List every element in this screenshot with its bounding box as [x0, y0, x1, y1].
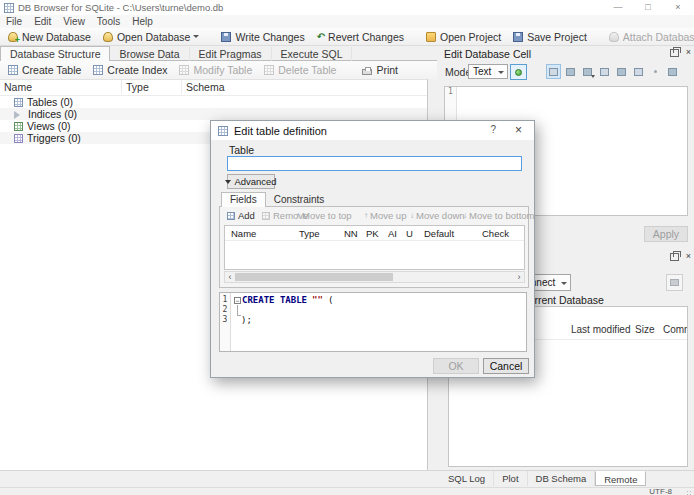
menu-edit[interactable]: Edit: [28, 16, 57, 27]
fold-marker-icon[interactable]: −: [234, 297, 241, 304]
fields-pane: Add Remove ↑ Move to top ↑ Move up ↓ Mov…: [219, 206, 529, 288]
tab-db-schema[interactable]: DB Schema: [528, 471, 596, 486]
tab-database-structure[interactable]: Database Structure: [0, 46, 110, 62]
attach-database-label: Attach Database: [623, 31, 694, 43]
open-project-button[interactable]: Open Project: [420, 30, 507, 44]
bottom-tab-bar: SQL Log Plot DB Schema Remote: [440, 471, 694, 487]
auto-apply-toggle[interactable]: [510, 64, 527, 80]
fields-column-check[interactable]: Check: [482, 228, 509, 239]
move-to-top-label: Move to top: [302, 210, 352, 221]
dialog-tab-bar: FieldsConstraints: [221, 192, 332, 207]
fields-column-u[interactable]: U: [406, 228, 413, 239]
menu-help[interactable]: Help: [126, 16, 159, 27]
tab-browse-data[interactable]: Browse Data: [110, 47, 189, 61]
tab-fields[interactable]: Fields: [221, 192, 266, 207]
move-to-top-button: ↑ Move to top: [296, 210, 352, 221]
delete-table-button: Delete Table: [258, 63, 342, 77]
tab-execute-sql[interactable]: Execute SQL: [272, 47, 353, 61]
menu-tools[interactable]: Tools: [91, 16, 126, 27]
save-project-label: Save Project: [527, 31, 587, 43]
remote-column-size[interactable]: Size: [635, 324, 654, 335]
tab-constraints[interactable]: Constraints: [266, 193, 333, 207]
connect-caret-icon: [561, 282, 567, 285]
remote-refresh-button[interactable]: [666, 274, 683, 291]
fields-column-type[interactable]: Type: [299, 228, 320, 239]
export-file-icon: [600, 68, 609, 76]
remote-column-commit[interactable]: Commit: [663, 324, 688, 335]
print-button[interactable]: Print: [356, 63, 404, 77]
float-panel-icon[interactable]: [670, 253, 679, 261]
tab-plot[interactable]: Plot: [494, 471, 527, 486]
sql-table-name: "": [312, 295, 323, 305]
column-separator: [181, 80, 182, 94]
move-up-button: ↑ Move up: [364, 210, 406, 221]
title-bar: DB Browser for SQLite - C:\Users\turne\d…: [0, 0, 694, 15]
mode-select[interactable]: Text: [468, 64, 508, 79]
tree-item-label: Views (0): [27, 120, 71, 132]
add-field-label: Add: [238, 210, 255, 221]
tree-column-type[interactable]: Type: [126, 81, 149, 93]
tab-sql-log[interactable]: SQL Log: [440, 471, 494, 486]
fields-column-pk[interactable]: PK: [366, 228, 379, 239]
remote-column-last-modified[interactable]: Last modified: [571, 324, 630, 335]
mode-select-caret-icon: [498, 71, 504, 74]
text-mode-button[interactable]: [546, 64, 561, 79]
close-panel-icon[interactable]: ×: [686, 252, 691, 261]
tab-remote[interactable]: Remote: [595, 471, 646, 486]
move-down-button: ↓ Move down: [410, 210, 465, 221]
scroll-left-icon[interactable]: ‹: [225, 272, 235, 282]
float-panel-icon[interactable]: [670, 49, 679, 57]
import-file-button[interactable]: [580, 64, 595, 79]
open-database-button[interactable]: Open Database: [97, 30, 206, 44]
attach-database-button: Attach Database: [603, 30, 694, 44]
new-database-button[interactable]: + New Database: [2, 30, 97, 44]
sql-line-1: −CREATE TABLE""(: [234, 295, 333, 305]
tree-column-schema[interactable]: Schema: [186, 81, 225, 93]
structure-toolbar: Create Table Create Index Modify Table D…: [0, 61, 437, 79]
tree-item-indices[interactable]: Indices (0): [0, 108, 427, 120]
create-table-button[interactable]: Create Table: [2, 63, 87, 77]
word-wrap-button[interactable]: [563, 64, 578, 79]
set-null-button[interactable]: [614, 64, 629, 79]
tab-edit-pragmas[interactable]: Edit Pragmas: [190, 47, 272, 61]
scroll-right-icon[interactable]: ›: [514, 272, 524, 282]
cancel-button[interactable]: Cancel: [483, 358, 529, 374]
tree-column-name[interactable]: Name: [4, 81, 32, 93]
open-in-app-button[interactable]: [631, 64, 646, 79]
fields-column-name[interactable]: Name: [231, 228, 256, 239]
tree-item-tables[interactable]: Tables (0): [0, 96, 427, 108]
revert-changes-button[interactable]: ↶ Revert Changes: [311, 30, 410, 44]
print-cell-button[interactable]: [665, 64, 680, 79]
menu-view[interactable]: View: [57, 16, 91, 27]
close-panel-icon[interactable]: ×: [686, 48, 691, 57]
fields-table[interactable]: Name Type NN PK AI U Default Check: [224, 225, 525, 270]
scrollbar-thumb[interactable]: [235, 273, 393, 281]
fold-guide-line: [237, 305, 238, 316]
fields-column-ai[interactable]: AI: [388, 228, 397, 239]
create-table-icon: [8, 65, 18, 75]
create-index-button[interactable]: Create Index: [87, 63, 173, 77]
add-field-button[interactable]: Add: [227, 210, 255, 221]
fields-column-default[interactable]: Default: [424, 228, 454, 239]
menu-file[interactable]: File: [0, 16, 28, 27]
export-file-button[interactable]: [597, 64, 612, 79]
save-project-button[interactable]: Save Project: [507, 30, 593, 44]
table-name-input[interactable]: [227, 156, 522, 171]
minimize-button[interactable]: —: [604, 0, 632, 15]
open-database-label: Open Database: [117, 31, 191, 43]
fields-horizontal-scrollbar[interactable]: ‹ ›: [224, 271, 525, 283]
move-up-label: Move up: [370, 210, 406, 221]
dialog-close-button[interactable]: ×: [515, 123, 522, 137]
resize-grip-icon[interactable]: [686, 490, 692, 495]
revert-changes-icon: ↶: [317, 32, 325, 42]
close-button[interactable]: ×: [664, 0, 692, 15]
maximize-button[interactable]: □: [634, 0, 662, 15]
fields-column-nn[interactable]: NN: [344, 228, 358, 239]
dialog-title-bar[interactable]: Edit table definition ? ×: [211, 121, 534, 140]
open-database-dropdown-icon[interactable]: [193, 35, 199, 38]
write-changes-button[interactable]: Write Changes: [215, 30, 310, 44]
advanced-button[interactable]: Advanced: [227, 174, 275, 189]
sql-preview[interactable]: 1 2 3 −CREATE TABLE""( );: [219, 292, 527, 352]
dialog-help-button[interactable]: ?: [490, 124, 496, 135]
tree-item-label: Triggers (0): [27, 132, 81, 144]
